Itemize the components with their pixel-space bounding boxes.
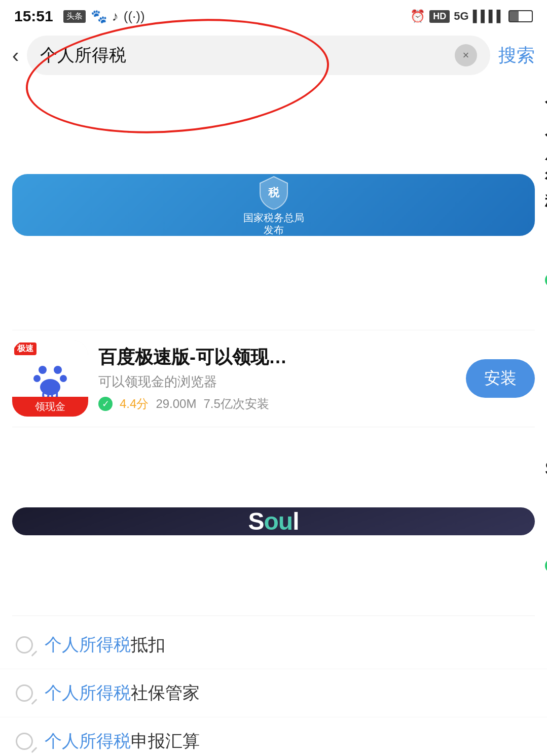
- suggestion-item-0[interactable]: 个人所得税抵扣: [0, 621, 547, 669]
- alarm-icon: ⏰: [410, 9, 425, 23]
- tax-verified-icon: ✓: [545, 273, 547, 287]
- search-input[interactable]: 个人所得税: [40, 44, 455, 67]
- app-icon-soul: Soul: [12, 507, 535, 535]
- status-bar: 15:51 头条 🐾 ♪ ((·)) ⏰ HD 5G ▌▌▌▌: [0, 0, 547, 30]
- app-icon-baidu: 极速 du 领现金: [12, 340, 88, 417]
- baidu-app-info: 百度极速版-可以领现… 可以领现金的浏览器 ✓ 4.4分 29.00M 7.5亿…: [98, 345, 456, 412]
- toutiao-icon: 头条: [63, 10, 86, 23]
- tax-icon-label: 国家税务总局发布: [243, 212, 304, 236]
- suggestion-search-icon-1: [14, 683, 34, 703]
- baidu-rating: 4.4分: [120, 396, 149, 412]
- baidu-lingxianjin-label: 领现金: [12, 397, 88, 417]
- hd-icon: HD: [429, 10, 450, 23]
- soul-app-name: Soul: [545, 458, 547, 479]
- app-item-tax: 税 国家税务总局发布 个人所得税 让纳税人少跑马路、多跑网路！ ✓ 4.5分 3…: [12, 80, 535, 330]
- tax-app-name: 个人所得税: [545, 90, 547, 215]
- baidu-app-desc: 可以领现金的浏览器: [98, 373, 456, 391]
- suggestion-list: 个人所得税抵扣 个人所得税社保管家 个人所得税申报汇算 个税管家: [0, 616, 547, 756]
- baidu-app-name: 百度极速版-可以领现…: [98, 345, 287, 370]
- suggestion-item-1[interactable]: 个人所得税社保管家: [0, 669, 547, 717]
- svg-point-3: [33, 375, 41, 382]
- suggestion-search-icon-0: [14, 635, 34, 655]
- tax-shield-icon: 税: [256, 174, 291, 210]
- search-input-wrap[interactable]: 个人所得税 ×: [27, 36, 490, 75]
- suggestion-item-2[interactable]: 个人所得税申报汇算: [0, 717, 547, 756]
- baidu-title-row: 百度极速版-可以领现…: [98, 345, 456, 370]
- search-bar-row: ‹ 个人所得税 × 搜索: [0, 30, 547, 80]
- status-right-icons: ⏰ HD 5G ▌▌▌▌: [410, 9, 533, 23]
- svg-point-2: [54, 366, 62, 374]
- 5g-icon: 5G: [454, 10, 468, 23]
- svg-point-1: [39, 366, 47, 374]
- suggestion-search-icon-2: [14, 731, 34, 751]
- baidu-installs: 7.5亿次安装: [203, 396, 269, 412]
- baidu-speed-badge: 极速: [14, 342, 37, 355]
- magnifier-icon-0: [16, 636, 33, 654]
- app-item-soul: Soul Soul 🏅 极光奖 年轻人的社交元宇宙 ✓ 4.8分 93.41M …: [12, 427, 535, 616]
- svg-text:税: 税: [268, 186, 280, 199]
- battery-icon: [508, 10, 533, 22]
- search-button[interactable]: 搜索: [498, 43, 535, 68]
- app-list: 税 国家税务总局发布 个人所得税 让纳税人少跑马路、多跑网路！ ✓ 4.5分 3…: [0, 80, 547, 616]
- baidu-app-meta: ✓ 4.4分 29.00M 7.5亿次安装: [98, 396, 456, 412]
- baidu-size: 29.00M: [156, 397, 196, 411]
- search-clear-button[interactable]: ×: [455, 44, 477, 66]
- status-left-icons: 头条 🐾 ♪ ((·)): [63, 9, 145, 24]
- suggestion-text-1: 个人所得税社保管家: [45, 681, 200, 705]
- signal-icon: ▌▌▌▌: [473, 10, 504, 23]
- tiktok-icon: ♪: [112, 9, 119, 24]
- soul-verified-icon: ✓: [545, 559, 547, 573]
- wifi-icon: ((·)): [124, 9, 145, 24]
- app-icon-tax: 税 国家税务总局发布: [12, 174, 535, 236]
- app-item-baidu: 极速 du 领现金 百度极速版-可以领现… 可以领现金的浏览器 ✓: [12, 330, 535, 427]
- magnifier-icon-2: [16, 733, 33, 750]
- suggestion-text-0: 个人所得税抵扣: [45, 633, 165, 657]
- status-time: 15:51: [14, 8, 53, 25]
- baidu-status-icon: 🐾: [91, 9, 107, 24]
- magnifier-icon-1: [16, 684, 33, 702]
- baidu-install-button[interactable]: 安装: [466, 359, 535, 398]
- svg-point-4: [60, 375, 67, 382]
- soul-icon-text: Soul: [248, 507, 299, 535]
- suggestion-text-2: 个人所得税申报汇算: [45, 730, 200, 753]
- baidu-verified-icon: ✓: [98, 397, 113, 411]
- back-button[interactable]: ‹: [12, 45, 19, 65]
